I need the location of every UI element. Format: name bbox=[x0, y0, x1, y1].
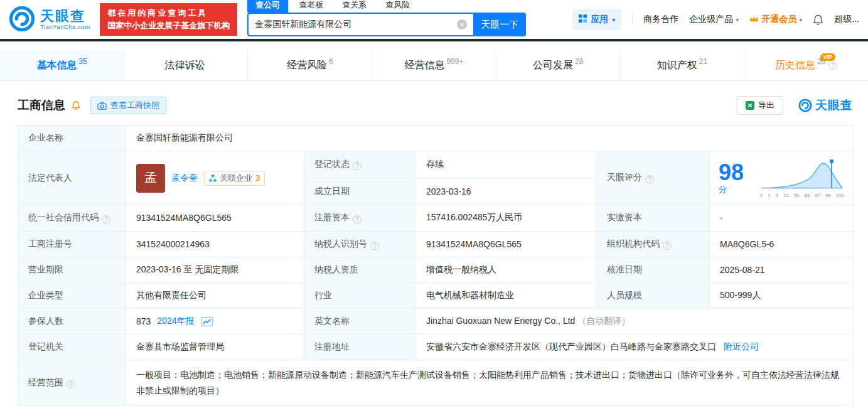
nearby-companies-link[interactable]: 附近公司 bbox=[724, 341, 759, 351]
excel-icon bbox=[746, 101, 754, 110]
score-curve-chart bbox=[760, 158, 844, 190]
help-icon[interactable]: ? bbox=[67, 380, 75, 389]
logo-domain: TianYanCha.com bbox=[40, 23, 90, 30]
section-tabbar: 基本信息 35 法律诉讼 经营风险 6 经营信息 999+ 公司发展 28 知识… bbox=[0, 50, 868, 81]
tab-label: 公司发展 bbox=[533, 59, 573, 72]
logo-title: 天眼查 bbox=[40, 9, 90, 23]
related-companies-badge[interactable]: 关联企业 3 bbox=[204, 171, 265, 186]
nav-enterprise[interactable]: 企业级产品 ▾ bbox=[689, 14, 739, 25]
top-header: 天眼查 TianYanCha.com 都在用的商业查询工具 国家中小企业发展子基… bbox=[0, 0, 868, 39]
export-label: 导出 bbox=[758, 100, 774, 111]
search-row: ✕ 天眼一下 bbox=[247, 13, 526, 36]
established-label: 成立日期 bbox=[304, 178, 416, 205]
help-icon[interactable]: ? bbox=[370, 241, 379, 250]
tab-label: 历史信息 bbox=[775, 59, 815, 72]
legal-rep-label: 法定代表人 bbox=[18, 151, 126, 205]
approval-date-label: 核准日期 bbox=[597, 257, 710, 283]
help-icon[interactable]: ? bbox=[663, 241, 672, 250]
grid-icon bbox=[579, 14, 587, 24]
industry-value: 电气机械和器材制造业 bbox=[416, 283, 597, 309]
business-term-label: 营业期限 bbox=[18, 257, 126, 283]
company-type-label: 企业类型 bbox=[18, 283, 126, 309]
legal-rep-name-link[interactable]: 孟令奎 bbox=[171, 173, 198, 184]
score-chart: 0131550859799100 bbox=[760, 158, 844, 198]
help-icon[interactable]: ? bbox=[828, 61, 837, 70]
insured-label: 参保人数 bbox=[18, 309, 126, 335]
nav-vip[interactable]: 开通会员 ▾ bbox=[749, 14, 802, 25]
help-icon[interactable]: ? bbox=[353, 161, 362, 170]
org-chart-icon bbox=[209, 174, 217, 182]
related-badge-count: 3 bbox=[255, 173, 260, 183]
help-icon[interactable]: ? bbox=[645, 175, 654, 184]
tab-legal-litigation[interactable]: 法律诉讼 bbox=[124, 50, 249, 80]
reg-capital-value: 157416.002485万人民币 bbox=[416, 205, 597, 232]
nav-enterprise-label: 企业级产品 bbox=[689, 14, 733, 25]
nav-cooperation[interactable]: 商务合作 bbox=[643, 14, 678, 25]
related-badge-label: 关联企业 bbox=[220, 173, 252, 184]
search-input[interactable] bbox=[255, 19, 457, 29]
reg-number-label: 工商注册号 bbox=[18, 231, 126, 257]
annual-report-link[interactable]: 2024年报 bbox=[157, 316, 194, 327]
score-axis-labels: 0131550859799100 bbox=[760, 193, 844, 198]
staff-size-label: 人员规模 bbox=[597, 283, 710, 309]
reg-authority-value: 金寨县市场监督管理局 bbox=[126, 335, 304, 360]
chevron-down-icon: ▾ bbox=[612, 16, 615, 23]
header-divider bbox=[632, 14, 633, 25]
taxpayer-id-value: 91341524MA8Q6GL565 bbox=[416, 231, 597, 257]
business-info-toolbar: 工商信息 查看工商快照 导出 天眼查 bbox=[18, 96, 853, 115]
table-row: 统一社会信用代码? 91341524MA8Q6GL565 注册资本? 15741… bbox=[18, 205, 854, 232]
search-input-wrap: ✕ bbox=[247, 13, 473, 36]
auto-translate-note: （自动翻译） bbox=[577, 316, 630, 326]
header-nav: 应用 ▾ 商务合作 企业级产品 ▾ 开通会员 ▾ 超级... bbox=[572, 9, 859, 30]
score-unit: 分 bbox=[719, 185, 727, 194]
tab-intellectual-property[interactable]: 知识产权 21 bbox=[621, 50, 745, 80]
nav-super-vip[interactable]: 超级... bbox=[834, 14, 859, 25]
tab-operating-risk[interactable]: 经营风险 6 bbox=[248, 50, 372, 80]
help-icon[interactable]: ? bbox=[102, 215, 110, 224]
search-block: 查公司 查老板 查关系 查风险 ✕ 天眼一下 bbox=[247, 0, 526, 39]
subscribe-bell-icon[interactable] bbox=[72, 101, 80, 110]
address-value: 安徽省六安市金寨经济开发区（现代产业园区）白马峰路与金家寨路交叉口 bbox=[426, 341, 716, 351]
staff-size-value: 500-999人 bbox=[710, 283, 854, 309]
company-name-label: 企业名称 bbox=[18, 126, 126, 151]
score-value: 98 bbox=[719, 159, 744, 185]
search-button[interactable]: 天眼一下 bbox=[473, 13, 526, 36]
notification-bell-icon[interactable] bbox=[813, 14, 823, 25]
apps-menu[interactable]: 应用 ▾ bbox=[572, 9, 621, 30]
score-value-group: 98分 bbox=[719, 161, 750, 195]
insured-value: 873 bbox=[136, 316, 151, 326]
insured-cell: 873 2024年报 bbox=[126, 309, 304, 335]
snapshot-button[interactable]: 查看工商快照 bbox=[90, 97, 166, 114]
trend-chart-icon[interactable] bbox=[201, 317, 213, 326]
reg-capital-label: 注册资本? bbox=[304, 205, 416, 232]
tab-company-development[interactable]: 公司发展 28 bbox=[496, 50, 621, 80]
org-code-value: MA8Q6GL5-6 bbox=[710, 231, 854, 257]
tab-count: 35 bbox=[78, 57, 87, 66]
tab-count: 21 bbox=[699, 57, 707, 66]
avatar[interactable]: 孟 bbox=[136, 164, 165, 193]
search-tab-risk[interactable]: 查风险 bbox=[377, 0, 418, 13]
header-divider-bar bbox=[0, 39, 868, 41]
tab-operating-info[interactable]: 经营信息 999+ bbox=[372, 50, 496, 80]
search-tab-boss[interactable]: 查老板 bbox=[291, 0, 331, 13]
site-logo[interactable]: 天眼查 TianYanCha.com bbox=[9, 6, 90, 34]
crown-icon bbox=[749, 14, 759, 24]
slogan-badge: 都在用的商业查询工具 国家中小企业发展子基金旗下机构 bbox=[100, 3, 237, 36]
english-name-cell: Jinzhai Guoxuan New Energy Co., Ltd （自动翻… bbox=[416, 309, 854, 335]
tab-history-info[interactable]: VIP 历史信息 20 ? bbox=[744, 50, 868, 80]
export-button[interactable]: 导出 bbox=[737, 96, 783, 115]
reg-status-value: 存续 bbox=[416, 151, 597, 178]
help-icon[interactable]: ? bbox=[353, 215, 362, 224]
clear-icon[interactable]: ✕ bbox=[457, 19, 467, 29]
score-cell: 98分 0131550859799100 bbox=[710, 151, 854, 205]
slogan-line1: 都在用的商业查询工具 bbox=[107, 7, 230, 19]
search-tabs: 查公司 查老板 查关系 查风险 bbox=[247, 0, 526, 13]
established-value: 2023-03-16 bbox=[416, 178, 597, 205]
tab-basic-info[interactable]: 基本信息 35 bbox=[0, 50, 124, 80]
industry-label: 行业 bbox=[304, 283, 416, 309]
chevron-down-icon: ▾ bbox=[799, 16, 802, 23]
apps-label: 应用 bbox=[591, 14, 608, 25]
page-title: 工商信息 bbox=[18, 97, 65, 114]
search-tab-relation[interactable]: 查关系 bbox=[334, 0, 375, 13]
search-tab-company[interactable]: 查公司 bbox=[247, 0, 288, 13]
